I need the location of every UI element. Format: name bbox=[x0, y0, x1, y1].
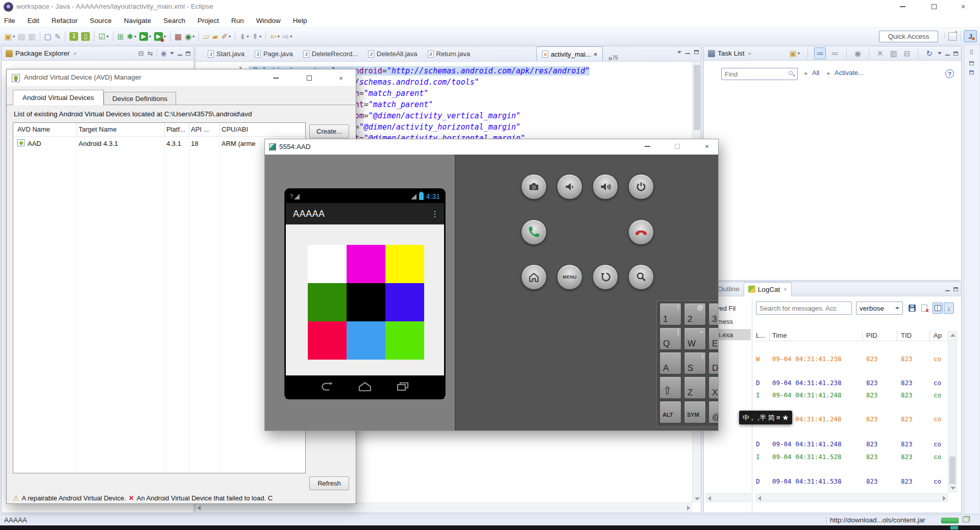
power-button[interactable] bbox=[628, 174, 654, 199]
quick-access-box[interactable]: Quick Access bbox=[879, 31, 938, 42]
help-icon[interactable]: ? bbox=[945, 69, 954, 78]
tab-logcat[interactable]: LogCat × bbox=[744, 282, 792, 296]
grid-cell-2-2[interactable] bbox=[347, 283, 385, 321]
minimize-view-icon[interactable] bbox=[178, 55, 182, 56]
tab-deleteall-java[interactable]: JDeleteAll.java bbox=[363, 46, 423, 61]
logcat-table-header[interactable]: L...TimePIDTIDAp bbox=[756, 331, 947, 341]
grid-cell-3-1[interactable] bbox=[308, 321, 347, 360]
key-sym[interactable]: SYM bbox=[684, 401, 706, 423]
logcat-col-time[interactable]: Time bbox=[772, 332, 787, 339]
tab-page-java[interactable]: JPage.java bbox=[250, 46, 298, 61]
avd-col-target-name[interactable]: Target Name bbox=[79, 125, 116, 133]
call-button[interactable] bbox=[521, 219, 547, 245]
minimize-button[interactable] bbox=[268, 71, 283, 85]
editor-minimize-icon[interactable] bbox=[685, 53, 690, 54]
maximize-button[interactable] bbox=[302, 71, 317, 85]
key-q[interactable]: Q| bbox=[659, 328, 681, 350]
menu-button[interactable]: MENU bbox=[557, 264, 582, 290]
run-external-icon[interactable]: ▶▾ bbox=[153, 31, 167, 42]
tab-start-java[interactable]: JStart.java bbox=[203, 46, 250, 61]
close-view-icon[interactable]: × bbox=[748, 51, 751, 57]
create-avd-button[interactable]: Create... bbox=[309, 124, 349, 138]
focus-icon[interactable]: ◉ bbox=[161, 49, 166, 57]
save-all-icon[interactable]: ▥ bbox=[27, 31, 37, 42]
logcat-col-pid[interactable]: PID bbox=[866, 332, 877, 339]
home-button[interactable] bbox=[521, 264, 547, 290]
grid-cell-3-2[interactable] bbox=[347, 321, 385, 360]
view-menu-icon[interactable] bbox=[170, 52, 174, 55]
scroll-thumb[interactable] bbox=[949, 457, 955, 484]
clear-log-icon[interactable] bbox=[919, 302, 929, 314]
maximize-view-icon[interactable] bbox=[953, 287, 958, 291]
restore-views-icon[interactable] bbox=[969, 61, 974, 65]
end-call-button[interactable] bbox=[628, 219, 654, 245]
key-e[interactable]: E" bbox=[708, 328, 718, 350]
run-icon[interactable]: ▶▾ bbox=[138, 31, 153, 42]
avd-table[interactable]: AVD NameTarget NamePlatf...API ...CPU/AB… bbox=[13, 122, 306, 473]
grid-cell-3-3[interactable] bbox=[385, 321, 424, 360]
synchronize-icon[interactable]: ↻ bbox=[924, 48, 934, 59]
menu-refactor[interactable]: Refactor bbox=[52, 17, 78, 24]
grid-cell-2-1[interactable] bbox=[308, 283, 347, 321]
volume-down-button[interactable] bbox=[557, 174, 582, 199]
avd-col-api[interactable]: API ... bbox=[191, 125, 209, 133]
logcat-search-input[interactable] bbox=[756, 301, 852, 315]
maximize-view-icon[interactable] bbox=[953, 52, 958, 56]
tab-task-list[interactable]: Task List × bbox=[704, 46, 755, 61]
tab-android-virtual-devices[interactable]: Android Virtual Devices bbox=[13, 90, 104, 105]
chevron-right-icon[interactable]: ▸ bbox=[827, 70, 830, 77]
editor-maximize-icon[interactable] bbox=[694, 50, 699, 54]
menu-navigate[interactable]: Navigate bbox=[124, 17, 151, 24]
logcat-col-ap[interactable]: Ap bbox=[934, 332, 942, 339]
junit-icon[interactable]: ◉▾ bbox=[183, 31, 196, 42]
open-resource-icon[interactable]: ▱ bbox=[202, 31, 211, 42]
view-menu-icon[interactable] bbox=[938, 52, 942, 55]
logcat-vertical-scrollbar[interactable] bbox=[948, 331, 957, 492]
logcat-col-tid[interactable]: TID bbox=[901, 332, 912, 339]
back-history-icon[interactable]: ⇦▾ bbox=[268, 31, 281, 42]
minimize-button[interactable] bbox=[635, 140, 659, 153]
ime-toolbar[interactable]: 中 。,半 简 ≡ ★ bbox=[739, 411, 792, 424]
hide-completed-icon[interactable]: ✕ bbox=[875, 48, 885, 59]
prev-annotation-icon[interactable]: ⇞▾ bbox=[251, 31, 263, 42]
key-key[interactable]: @ bbox=[708, 401, 718, 423]
find-input[interactable] bbox=[721, 68, 798, 80]
color-grid[interactable] bbox=[308, 245, 424, 360]
group-elements-icon[interactable]: ▥ bbox=[889, 48, 899, 59]
grid-cell-1-1[interactable] bbox=[308, 245, 347, 283]
avd-col-avd-name[interactable]: AVD Name bbox=[17, 125, 50, 133]
menu-search[interactable]: Search bbox=[163, 17, 185, 24]
focus-working-set-icon[interactable]: ◉ bbox=[853, 48, 863, 59]
tab-deleterecord[interactable]: JDeleteRecord... bbox=[298, 46, 363, 61]
close-view-icon[interactable]: × bbox=[74, 51, 77, 57]
menu-help[interactable]: Help bbox=[293, 17, 307, 24]
avd-col-cpu-abi[interactable]: CPU/ABI bbox=[222, 125, 248, 133]
new-android-project-icon[interactable]: ⊞ bbox=[116, 31, 126, 42]
minimize-button[interactable] bbox=[891, 0, 914, 13]
key-alt[interactable]: ALT bbox=[659, 401, 681, 423]
console-icon[interactable]: ▢ bbox=[43, 31, 53, 42]
key-1[interactable]: 1! bbox=[659, 304, 681, 325]
next-annotation-icon[interactable]: ⇟▾ bbox=[238, 31, 251, 42]
link-all[interactable]: All bbox=[812, 69, 819, 77]
key-w[interactable]: W~ bbox=[684, 328, 706, 350]
key-s[interactable]: S\ bbox=[684, 352, 706, 374]
editor-scroll-thumb[interactable] bbox=[694, 65, 700, 130]
grid-cell-1-3[interactable] bbox=[385, 245, 424, 283]
open-type-icon[interactable]: ▰ bbox=[211, 31, 220, 42]
progress-view-icon[interactable] bbox=[963, 517, 969, 522]
collapse-all-icon[interactable]: ⊟ bbox=[138, 49, 144, 57]
key-key[interactable]: ⇧ bbox=[659, 377, 681, 399]
key-x[interactable]: X bbox=[708, 377, 718, 399]
logcat-col-l[interactable]: L... bbox=[756, 332, 765, 339]
format-icon[interactable]: ✐▾ bbox=[219, 31, 232, 42]
grid-cell-2-3[interactable] bbox=[385, 283, 424, 321]
back-nav-icon[interactable] bbox=[318, 381, 336, 394]
new-task-icon[interactable]: ▣▾ bbox=[788, 48, 801, 59]
filters-horizontal-scrollbar[interactable] bbox=[706, 493, 751, 502]
overflow-menu-icon[interactable]: ⋮ bbox=[431, 209, 439, 219]
scheduled-icon[interactable]: ≕ bbox=[829, 48, 840, 59]
close-button[interactable]: × bbox=[951, 0, 975, 13]
save-icon[interactable]: ▤ bbox=[16, 31, 27, 42]
logcat-horizontal-scrollbar[interactable] bbox=[756, 493, 948, 502]
